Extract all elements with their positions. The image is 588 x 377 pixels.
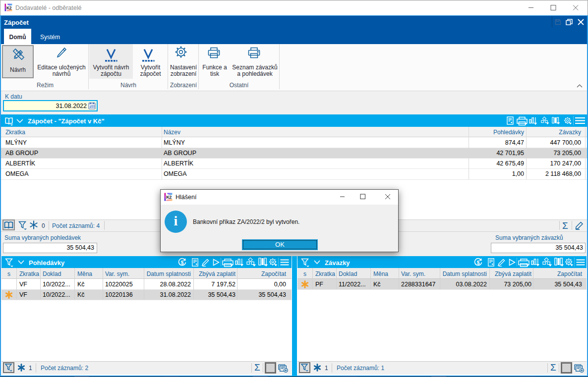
svg-text:$: $: [181, 260, 184, 266]
svg-text:K2: K2: [6, 5, 12, 10]
svg-text:K2: K2: [166, 195, 172, 200]
svg-text:$: $: [477, 260, 480, 266]
